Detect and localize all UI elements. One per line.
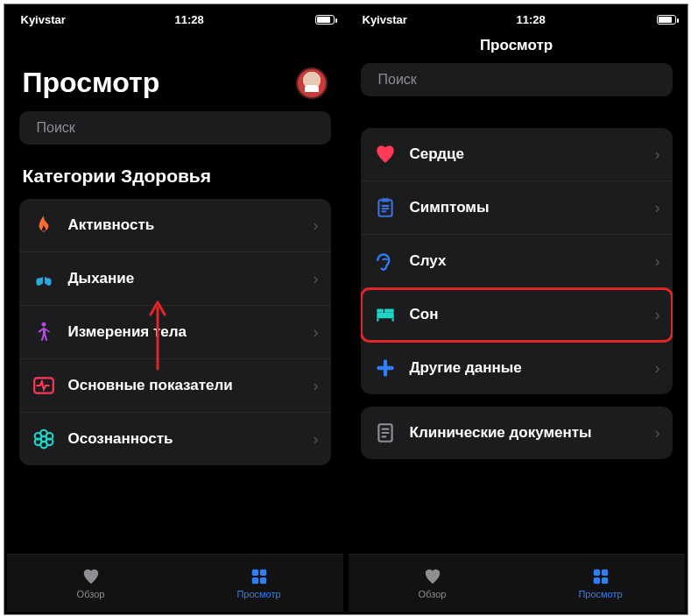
category-label: Симптомы <box>410 199 490 216</box>
flame-icon <box>32 213 56 237</box>
svg-rect-35 <box>391 318 393 321</box>
tab-bar: Обзор Просмотр <box>349 554 685 612</box>
svg-rect-20 <box>259 577 265 584</box>
chevron-right-icon: › <box>655 252 660 271</box>
tab-bar: Обзор Просмотр <box>7 554 343 612</box>
clinical-label: Клинические документы <box>410 424 592 442</box>
category-label: Основные показатели <box>68 377 233 394</box>
ear-icon <box>373 249 398 273</box>
carrier-label: Kyivstar <box>363 13 407 26</box>
bed-icon <box>373 302 398 327</box>
category-other-data[interactable]: Другие данные › <box>361 342 673 394</box>
search-placeholder: Поиск <box>37 120 75 136</box>
svg-rect-31 <box>377 313 394 319</box>
svg-rect-32 <box>377 309 384 313</box>
page-title: Просмотр <box>349 32 685 63</box>
tab-summary[interactable]: Обзор <box>349 555 517 612</box>
body-icon <box>32 320 56 344</box>
category-label: Измерения тела <box>68 323 187 341</box>
tab-browse[interactable]: Просмотр <box>517 555 685 612</box>
search-input[interactable]: Поиск <box>361 63 673 96</box>
tab-label: Просмотр <box>578 589 622 599</box>
svg-rect-37 <box>377 366 394 370</box>
svg-rect-17 <box>251 570 257 576</box>
svg-rect-40 <box>601 570 607 576</box>
clinical-documents[interactable]: Клинические документы › <box>361 407 673 459</box>
battery-icon <box>315 15 335 25</box>
battery-icon <box>657 15 676 25</box>
clipboard-icon <box>373 195 398 220</box>
mindfulness-icon <box>32 427 56 451</box>
page-title: Просмотр <box>23 67 160 99</box>
tab-label: Просмотр <box>236 589 280 599</box>
tab-summary[interactable]: Обзор <box>7 555 175 612</box>
chevron-right-icon: › <box>655 145 660 164</box>
chevron-right-icon: › <box>314 216 319 235</box>
category-symptoms[interactable]: Симптомы › <box>361 181 673 235</box>
avatar[interactable] <box>296 67 328 99</box>
svg-rect-33 <box>384 309 393 313</box>
category-sleep[interactable]: Сон › <box>361 288 673 342</box>
svg-point-8 <box>41 322 46 327</box>
clinical-card: Клинические документы › <box>361 407 673 459</box>
carrier-label: Kyivstar <box>21 13 66 26</box>
section-title: Категории Здоровья <box>7 157 343 199</box>
tab-browse[interactable]: Просмотр <box>175 555 343 612</box>
chevron-right-icon: › <box>655 359 660 378</box>
category-heart[interactable]: Сердце › <box>361 128 673 181</box>
category-respiratory[interactable]: Дыхание › <box>19 252 331 306</box>
category-body-measurements[interactable]: Измерения тела › <box>19 306 331 359</box>
category-hearing[interactable]: Слух › <box>361 235 673 288</box>
chevron-right-icon: › <box>655 306 660 324</box>
chevron-right-icon: › <box>655 424 660 443</box>
search-input[interactable]: Поиск <box>19 111 331 145</box>
plus-icon <box>373 356 398 380</box>
category-label: Активность <box>68 216 155 234</box>
chevron-right-icon: › <box>314 430 319 449</box>
tab-label: Обзор <box>77 589 105 599</box>
category-label: Дыхание <box>68 270 135 287</box>
category-label: Осознанность <box>68 430 173 448</box>
phone-left: Kyivstar 11:28 Просмотр Поиск Категории … <box>7 7 343 612</box>
category-label: Другие данные <box>410 359 522 377</box>
category-label: Сон <box>410 306 439 323</box>
chevron-right-icon: › <box>314 323 319 342</box>
category-label: Сердце <box>410 145 464 163</box>
categories-card: Активность › Дыхание › Измерения тела › <box>19 199 331 465</box>
tab-label: Обзор <box>419 589 447 599</box>
svg-rect-42 <box>601 577 607 584</box>
phone-right: Kyivstar 11:28 Просмотр Поиск Сердце › <box>349 7 685 612</box>
svg-rect-41 <box>593 577 599 584</box>
categories-card: Сердце › Симптомы › Слух › <box>361 128 673 394</box>
svg-rect-39 <box>593 570 599 576</box>
category-mindfulness[interactable]: Осознанность › <box>19 413 331 465</box>
svg-rect-30 <box>381 198 389 202</box>
status-bar: Kyivstar 11:28 <box>7 7 343 32</box>
category-label: Слух <box>410 252 447 270</box>
clock-label: 11:28 <box>175 13 204 26</box>
chevron-right-icon: › <box>314 270 319 288</box>
svg-rect-19 <box>251 577 257 584</box>
vitals-icon <box>32 373 56 398</box>
svg-rect-34 <box>377 318 378 321</box>
search-placeholder: Поиск <box>378 72 417 88</box>
chevron-right-icon: › <box>655 199 660 217</box>
clock-label: 11:28 <box>517 13 546 26</box>
lungs-icon <box>32 266 56 291</box>
heart-icon <box>373 142 398 166</box>
chevron-right-icon: › <box>314 377 319 395</box>
category-activity[interactable]: Активность › <box>19 199 331 252</box>
status-bar: Kyivstar 11:28 <box>349 7 685 32</box>
document-icon <box>373 421 398 445</box>
svg-rect-18 <box>259 570 265 576</box>
category-vitals[interactable]: Основные показатели › <box>19 359 331 413</box>
